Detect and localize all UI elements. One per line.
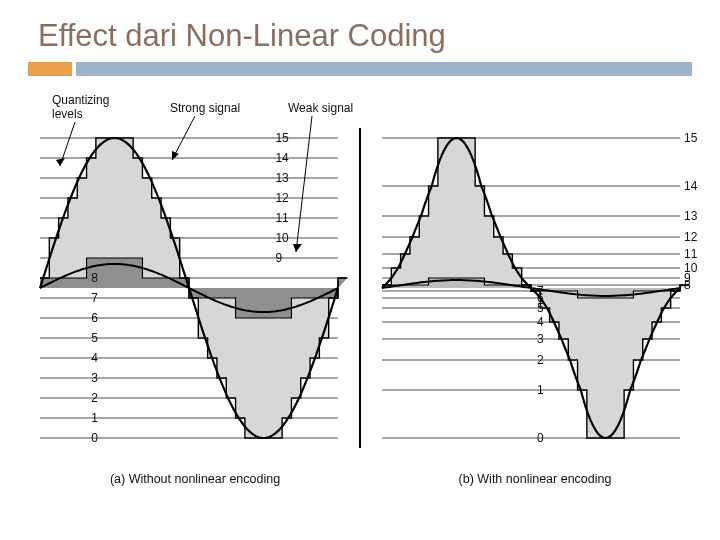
level-label: 1 [91, 411, 98, 425]
slide: Effect dari Non-Linear Coding Quantizing… [0, 0, 720, 540]
arrowhead-quantizing [56, 158, 65, 166]
arrow-weak [296, 116, 312, 252]
level-label: 5 [91, 331, 98, 345]
caption-b: (b) With nonlinear encoding [459, 472, 612, 486]
level-label: 14 [275, 151, 289, 165]
label-quantizing-2: levels [52, 107, 83, 121]
caption-a: (a) Without nonlinear encoding [110, 472, 280, 486]
level-label: 4 [91, 351, 98, 365]
quantizing-diagram: Quantizing levels Strong signal Weak sig… [20, 88, 700, 498]
level-label: 2 [537, 353, 544, 367]
accent-bar [28, 62, 692, 76]
label-weak: Weak signal [288, 101, 353, 115]
level-label: 4 [537, 315, 544, 329]
panel-a: 1514131211109876543210 [40, 131, 347, 445]
level-label: 12 [275, 191, 289, 205]
level-label: 13 [684, 209, 698, 223]
level-label: 0 [537, 431, 544, 445]
accent-blue [76, 62, 692, 76]
arrowhead-weak [293, 244, 302, 252]
accent-orange [28, 62, 72, 76]
level-label: 7 [91, 291, 98, 305]
label-quantizing-1: Quantizing [52, 93, 109, 107]
level-label: 12 [684, 230, 698, 244]
level-label: 10 [275, 231, 289, 245]
level-label: 5 [537, 301, 544, 315]
level-label: 6 [91, 311, 98, 325]
level-label: 8 [684, 278, 691, 292]
level-label: 0 [91, 431, 98, 445]
figure: Quantizing levels Strong signal Weak sig… [20, 88, 700, 508]
level-label: 15 [684, 131, 698, 145]
label-strong: Strong signal [170, 101, 240, 115]
level-label: 9 [275, 251, 282, 265]
level-label: 3 [537, 332, 544, 346]
level-label: 8 [91, 271, 98, 285]
level-label: 3 [91, 371, 98, 385]
level-label: 11 [684, 247, 698, 261]
level-label: 13 [275, 171, 289, 185]
panel-b: 1514131211109876543210 [382, 131, 698, 445]
level-label: 11 [275, 211, 289, 225]
level-label: 1 [537, 383, 544, 397]
page-title: Effect dari Non-Linear Coding [0, 0, 720, 62]
level-label: 14 [684, 179, 698, 193]
level-label: 2 [91, 391, 98, 405]
level-label: 15 [275, 131, 289, 145]
